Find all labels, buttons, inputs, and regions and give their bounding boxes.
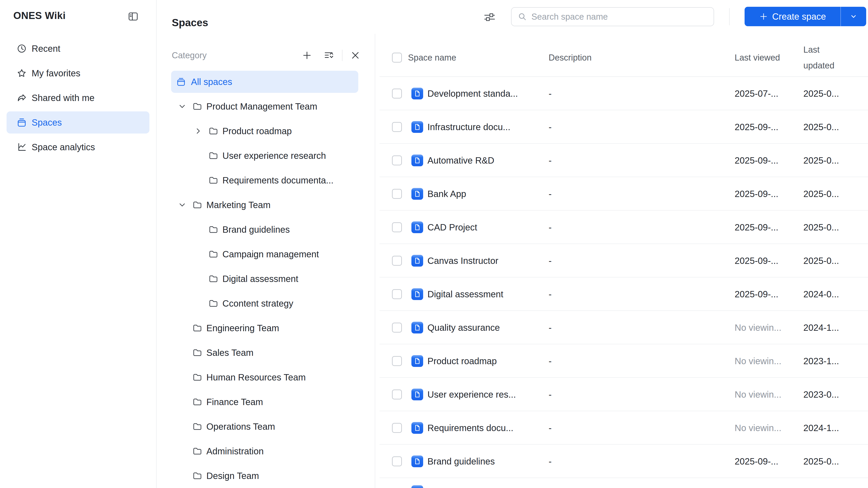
space-name-cell[interactable]: Product roadmap [428, 356, 497, 366]
sort-icon[interactable] [323, 50, 334, 61]
space-name-cell[interactable]: Bank App [428, 189, 466, 199]
tree-item-marketing-team[interactable]: Marketing Team [171, 194, 358, 216]
tree-item-all-spaces[interactable]: All spaces [171, 71, 358, 93]
tree-item-label: Campaign management [222, 249, 319, 259]
header-last-viewed[interactable]: Last viewed [735, 53, 780, 63]
sidebar-item-shared-with-me[interactable]: Shared with me [6, 87, 149, 109]
tree-item-sales-team[interactable]: Sales Team [171, 341, 358, 364]
tree-item-label: Product roadmap [222, 126, 292, 136]
folder-icon [192, 372, 202, 382]
row-checkbox[interactable] [392, 423, 402, 433]
space-name-cell[interactable]: Quality assurance [428, 323, 500, 333]
table-row[interactable]: Product roadmap - No viewin... 2023-1... [376, 344, 868, 378]
last-viewed-cell: No viewin... [735, 390, 781, 400]
description-cell: - [549, 289, 552, 299]
tree-item-product-roadmap[interactable]: Product roadmap [171, 120, 358, 142]
tree-item-administration[interactable]: Administration [171, 440, 358, 462]
last-viewed-cell: 2025-09-... [735, 222, 778, 232]
folder-icon [192, 200, 202, 210]
tree-item-design-team[interactable]: Design Team [171, 465, 358, 487]
row-checkbox[interactable] [392, 122, 402, 132]
header-last-updated[interactable]: Last updated [803, 42, 844, 74]
sidebar-item-space-analytics[interactable]: Space analytics [6, 136, 149, 158]
folder-icon [209, 249, 218, 259]
space-name-cell[interactable]: Brand guidelines [428, 456, 495, 466]
space-name-cell[interactable]: User experience res... [428, 390, 516, 400]
clock-icon [17, 43, 27, 54]
space-name-cell[interactable]: CAD Project [428, 222, 477, 232]
tree-item-label: Finance Team [206, 397, 263, 407]
table-row[interactable]: Infrastructure docu... - 2025-09-... 202… [376, 110, 868, 144]
table-row[interactable]: Development standa... - 2025-07-... 2025… [376, 77, 868, 110]
tree-item-label: Marketing Team [206, 200, 271, 210]
row-checkbox[interactable] [392, 156, 402, 165]
chevron-spacer [193, 274, 203, 284]
sidebar-item-spaces[interactable]: Spaces [6, 111, 149, 133]
create-space-button[interactable]: Create space [745, 7, 866, 26]
tree-item-campaign-management[interactable]: Campaign management [171, 243, 358, 265]
space-name-cell[interactable]: Infrastructure docu... [428, 122, 510, 132]
row-checkbox[interactable] [392, 323, 402, 332]
tree-item-product-management-team[interactable]: Product Management Team [171, 95, 358, 118]
tree-item-requirements-documenta[interactable]: Requirements documenta... [171, 169, 358, 191]
row-checkbox[interactable] [392, 356, 402, 366]
tree-item-human-resources-team[interactable]: Human Resources Team [171, 366, 358, 388]
folder-icon [192, 446, 202, 456]
row-checkbox[interactable] [392, 189, 402, 199]
header-description[interactable]: Description [549, 53, 592, 63]
space-icon [411, 322, 423, 333]
table-row[interactable]: CAD Project - 2025-09-... 2025-0... [376, 210, 868, 244]
select-all-checkbox[interactable] [392, 53, 402, 63]
tree-item-label: Requirements documenta... [222, 175, 333, 186]
table-row[interactable]: Digital assessment - 2025-09-... 2024-0.… [376, 278, 868, 311]
create-space-dropdown-button[interactable] [841, 7, 866, 26]
chevron-right-icon[interactable] [193, 126, 203, 136]
space-name-cell[interactable]: Digital assessment [428, 289, 503, 299]
sidebar-item-recent[interactable]: Recent [6, 37, 149, 60]
space-name-cell[interactable]: Development standa... [428, 89, 518, 99]
search-box[interactable] [511, 7, 714, 26]
space-name-cell[interactable]: Requirements docu... [428, 423, 513, 433]
close-icon[interactable] [350, 50, 361, 61]
table-row[interactable]: Bank App - 2025-09-... 2025-0... [376, 177, 868, 210]
chevron-down-icon[interactable] [177, 101, 187, 111]
sidebar-item-my-favorites[interactable]: My favorites [6, 62, 149, 84]
tree-item-brand-guidelines[interactable]: Brand guidelines [171, 219, 358, 240]
row-checkbox[interactable] [392, 390, 402, 399]
table-row[interactable]: Brand guidelines - 2025-09-... 2025-0... [376, 445, 868, 478]
tree-item-user-experience-research[interactable]: User experience research [171, 144, 358, 167]
chevron-spacer [177, 323, 187, 333]
row-checkbox[interactable] [392, 89, 402, 98]
folder-icon [209, 175, 218, 185]
table-row[interactable]: User experience res... - No viewin... 20… [376, 378, 868, 411]
last-updated-cell: 2023-0... [803, 390, 839, 400]
tree-item-finance-team[interactable]: Finance Team [171, 391, 358, 413]
row-checkbox[interactable] [392, 256, 402, 266]
tree-item-digital-assessment[interactable]: Digital assessment [171, 268, 358, 290]
tree-item-label: Sales Team [206, 348, 253, 358]
space-name-cell[interactable]: Canvas Instructor [428, 256, 498, 266]
tree-item-engineering-team[interactable]: Engineering Team [171, 317, 358, 339]
table-row[interactable]: Quality assurance - No viewin... 2024-1.… [376, 311, 868, 344]
row-checkbox[interactable] [392, 289, 402, 299]
header-space-name[interactable]: Space name [408, 53, 456, 63]
search-input[interactable] [531, 12, 708, 22]
analytics-icon [17, 142, 27, 152]
filter-icon[interactable] [484, 11, 495, 23]
space-name-cell[interactable]: Automative R&D [428, 156, 494, 166]
app-title: ONES Wiki [13, 10, 66, 21]
plus-icon [759, 12, 768, 21]
table-row[interactable]: Requirements docu... - No viewin... 2024… [376, 411, 868, 445]
table-row[interactable]: Canvas Instructor - 2025-09-... 2025-0..… [376, 244, 868, 278]
description-cell: - [549, 356, 552, 366]
folder-icon [192, 471, 202, 481]
folder-icon [209, 126, 218, 136]
collapse-sidebar-icon[interactable] [127, 11, 139, 22]
chevron-down-icon[interactable] [177, 200, 187, 210]
tree-item-operations-team[interactable]: Operations Team [171, 416, 358, 437]
tree-item-ccontent-strategy[interactable]: Ccontent strategy [171, 292, 358, 315]
table-row[interactable]: Automative R&D - 2025-09-... 2025-0... [376, 144, 868, 177]
add-category-icon[interactable] [302, 50, 312, 61]
row-checkbox[interactable] [392, 456, 402, 466]
row-checkbox[interactable] [392, 222, 402, 232]
